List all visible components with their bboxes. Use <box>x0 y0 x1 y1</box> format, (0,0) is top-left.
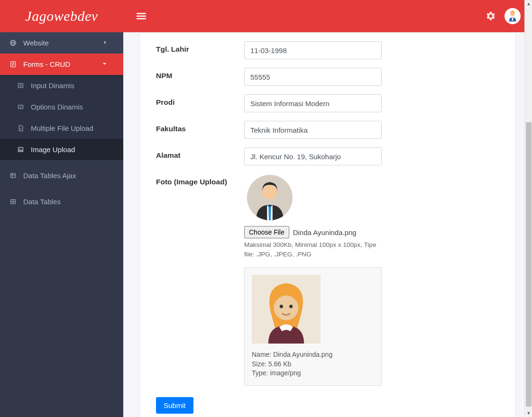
sidebar-sub-input-dinamis[interactable]: Input Dinamis <box>0 75 123 96</box>
scroll-thumb[interactable] <box>526 122 532 407</box>
chevron-left-icon <box>101 39 115 47</box>
svg-rect-21 <box>11 173 16 178</box>
sidebar: Website Forms - CRUD Input Dinamis Optio… <box>0 32 123 417</box>
grid-icon <box>9 198 17 205</box>
brand-logo[interactable]: Jagowebdev <box>25 8 98 24</box>
image-icon <box>17 146 24 153</box>
input-prodi[interactable] <box>244 94 382 112</box>
meta-type-value: image/png <box>270 369 301 377</box>
user-avatar[interactable] <box>504 8 521 24</box>
svg-rect-16 <box>18 105 23 109</box>
chevron-down-icon <box>101 60 115 69</box>
file-hint: Maksimal 300Kb, Minimal 100px x 100px, T… <box>244 240 382 259</box>
meta-size-label: Size: <box>252 360 268 368</box>
gear-icon[interactable] <box>486 11 496 21</box>
sidebar-sub-label: Options Dinamis <box>31 103 83 111</box>
svg-rect-1 <box>137 16 146 17</box>
meta-type-label: Type: <box>252 369 270 377</box>
main-content: Tgl. Lahir NPM Prodi Fakultas Alamat Fot <box>123 32 532 417</box>
meta-name-value: Dinda Ayuninda.png <box>273 351 332 358</box>
input-alamat[interactable] <box>244 147 382 165</box>
label-npm: NPM <box>156 68 244 80</box>
scroll-down-arrow-icon[interactable]: ▼ <box>525 409 532 417</box>
upload-preview-card: Name: Dinda Ayuninda.png Size: 5.66 Kb T… <box>244 267 382 386</box>
label-alamat: Alamat <box>156 147 244 160</box>
list-icon <box>17 82 24 89</box>
current-avatar-preview <box>247 175 293 220</box>
scroll-up-arrow-icon[interactable]: ▲ <box>525 0 532 8</box>
svg-point-32 <box>289 305 293 308</box>
header: Jagowebdev <box>0 0 532 32</box>
sidebar-sub-label: Input Dinamis <box>31 82 74 90</box>
header-actions <box>486 0 521 32</box>
meta-size-value: 5.66 Kb <box>268 360 291 368</box>
form-panel: Tgl. Lahir NPM Prodi Fakultas Alamat Fot <box>139 32 516 417</box>
svg-rect-2 <box>137 18 146 19</box>
sidebar-label-dt-ajax: Data Tables Ajax <box>23 172 76 180</box>
logo-area: Jagowebdev <box>0 0 123 32</box>
svg-rect-0 <box>137 13 146 14</box>
meta-name-label: Name: <box>252 351 273 358</box>
nav-separator <box>0 186 123 191</box>
globe-icon <box>9 39 17 46</box>
sidebar-sub-label: Multiple File Upload <box>31 124 93 132</box>
input-fakultas[interactable] <box>244 121 382 139</box>
female-avatar-icon <box>252 275 321 344</box>
svg-point-28 <box>263 185 277 199</box>
svg-point-20 <box>19 148 20 149</box>
nav-separator <box>0 160 123 165</box>
submit-button[interactable]: Submit <box>156 397 193 414</box>
input-npm[interactable] <box>244 68 382 86</box>
sidebar-item-data-tables[interactable]: Data Tables <box>0 191 123 212</box>
sidebar-label-dt: Data Tables <box>23 198 61 206</box>
label-foto: Foto (Image Upload) <box>156 174 244 186</box>
label-fakultas: Fakultas <box>156 121 244 133</box>
sidebar-sub-multiple-file-upload[interactable]: Multiple File Upload <box>0 118 123 139</box>
upload-preview-image <box>252 275 321 344</box>
sidebar-sub-options-dinamis[interactable]: Options Dinamis <box>0 96 123 118</box>
choose-file-button[interactable]: Choose File <box>244 226 289 238</box>
file-icon <box>17 125 24 132</box>
svg-point-31 <box>280 305 283 308</box>
input-tgl-lahir[interactable] <box>244 41 382 59</box>
svg-rect-13 <box>18 83 23 88</box>
sidebar-label-forms: Forms - CRUD <box>23 60 70 68</box>
sidebar-sub-image-upload[interactable]: Image Upload <box>0 139 123 160</box>
chosen-file-name: Dinda Ayuninda.png <box>293 228 357 236</box>
scrollbar[interactable]: ▲ ▼ <box>524 0 532 417</box>
label-tgl-lahir: Tgl. Lahir <box>156 41 244 54</box>
upload-meta: Name: Dinda Ayuninda.png Size: 5.66 Kb T… <box>252 350 374 378</box>
dropdown-icon <box>17 103 24 110</box>
label-prodi: Prodi <box>156 94 244 107</box>
hamburger-icon[interactable] <box>132 7 151 26</box>
sidebar-item-data-tables-ajax[interactable]: Data Tables Ajax <box>0 165 123 186</box>
form-icon <box>9 61 17 68</box>
table-icon <box>9 172 17 179</box>
sidebar-label-website: Website <box>23 39 49 47</box>
sidebar-item-forms-crud[interactable]: Forms - CRUD <box>0 54 123 75</box>
sidebar-sub-label: Image Upload <box>31 145 75 154</box>
sidebar-item-website[interactable]: Website <box>0 32 123 54</box>
male-avatar-icon <box>247 175 293 220</box>
